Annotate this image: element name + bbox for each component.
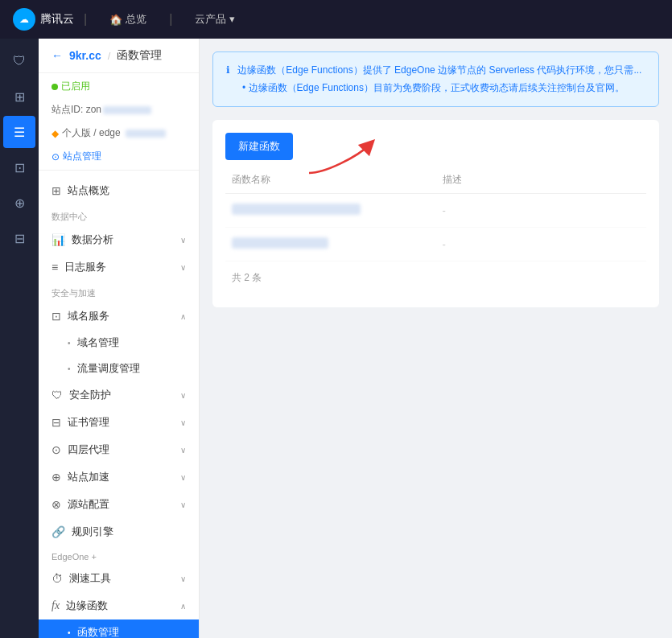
new-function-button[interactable]: 新建函数 bbox=[225, 133, 293, 160]
rules-icon: 🔗 bbox=[52, 525, 65, 538]
nav-item-layer4[interactable]: ⊙ 四层代理 ∨ bbox=[39, 436, 199, 463]
content-area: ℹ 边缘函数（Edge Functions）提供了 EdgeOne 边缘节点的 … bbox=[200, 39, 672, 638]
layer4-icon: ⊙ bbox=[52, 443, 61, 456]
info-line1: ℹ 边缘函数（Edge Functions）提供了 EdgeOne 边缘节点的 … bbox=[226, 62, 645, 80]
section-security: 安全与加速 bbox=[39, 281, 199, 303]
chevron-icon6: ∨ bbox=[180, 446, 186, 455]
accel-icon: ⊕ bbox=[52, 471, 61, 484]
nav-divider2: | bbox=[169, 12, 172, 27]
chevron-icon7: ∨ bbox=[180, 473, 186, 482]
nav-item-overview[interactable]: ⊞ 站点概览 bbox=[39, 177, 199, 204]
nav-sub-domain-manage[interactable]: 域名管理 bbox=[39, 330, 199, 356]
nav-item-security[interactable]: 🛡 安全防护 ∨ bbox=[39, 381, 199, 409]
breadcrumb-divider: / bbox=[108, 50, 111, 62]
fx-icon: fx bbox=[52, 599, 60, 612]
nav-sub-traffic-schedule[interactable]: 流量调度管理 bbox=[39, 356, 199, 381]
chevron-icon8: ∨ bbox=[180, 500, 186, 509]
table-row[interactable]: - bbox=[225, 228, 646, 261]
site-name[interactable]: 9kr.cc bbox=[69, 49, 101, 62]
data-icon: 📊 bbox=[52, 233, 65, 246]
back-button[interactable]: ← bbox=[52, 49, 63, 62]
sidebar-icon-plus[interactable]: ⊕ bbox=[3, 187, 35, 219]
section-data-center: 数据中心 bbox=[39, 204, 199, 226]
icon-sidebar: 🛡 ⊞ ☰ ⊡ ⊕ ⊟ bbox=[0, 39, 39, 638]
nav-item-speed-test[interactable]: ⏱ 测速工具 ∨ bbox=[39, 565, 199, 592]
info-icon: ℹ bbox=[226, 64, 230, 76]
diamond-icon: ◆ bbox=[52, 128, 59, 139]
status-enabled: 已启用 bbox=[52, 80, 90, 93]
function-card: 新建函数 函数名称 描述 - - 共 2 条 bbox=[212, 120, 659, 307]
table-row[interactable]: - bbox=[225, 194, 646, 228]
chevron-icon10: ∧ bbox=[180, 602, 186, 611]
col-header-desc: 描述 bbox=[436, 173, 647, 187]
sidebar-icon-box[interactable]: ⊡ bbox=[3, 151, 35, 183]
chevron-icon4: ∨ bbox=[180, 391, 186, 400]
nav-item-origin[interactable]: ⊗ 源站配置 ∨ bbox=[39, 491, 199, 518]
site-status-bar: 已启用 站点ID: zon ◆ 个人版 / edge ⊙ 站点管理 bbox=[39, 73, 199, 171]
chevron-icon3: ∧ bbox=[180, 312, 186, 321]
table-footer: 共 2 条 bbox=[225, 261, 646, 294]
main-layout: 🛡 ⊞ ☰ ⊡ ⊕ ⊟ ← 9kr.cc / 函数管理 已启用 站点ID: zo… bbox=[0, 39, 672, 638]
nav-menu: ⊞ 站点概览 数据中心 📊 数据分析 ∨ ≡ 日志服务 ∨ 安全与加速 ⊡ 域名… bbox=[39, 171, 199, 638]
circle-icon: ⊙ bbox=[52, 151, 60, 163]
log-icon: ≡ bbox=[52, 261, 58, 274]
overview-icon: ⊞ bbox=[52, 184, 61, 197]
sidebar-icon-shield[interactable]: 🛡 bbox=[3, 45, 35, 77]
site-id: 站点ID: zon bbox=[52, 103, 151, 117]
logo-text: 腾讯云 bbox=[40, 12, 74, 27]
edition: ◆ 个人版 / edge bbox=[52, 126, 166, 140]
nav-item-cert[interactable]: ⊟ 证书管理 ∨ bbox=[39, 409, 199, 436]
section-edgeone-plus: EdgeOne + bbox=[39, 545, 199, 565]
chevron-icon2: ∨ bbox=[180, 263, 186, 272]
sidebar-icon-minus[interactable]: ⊟ bbox=[3, 222, 35, 254]
origin-icon: ⊗ bbox=[52, 498, 61, 511]
col-header-name: 函数名称 bbox=[225, 173, 436, 187]
nav-item-site-accel[interactable]: ⊕ 站点加速 ∨ bbox=[39, 463, 199, 491]
site-manage-link[interactable]: ⊙ 站点管理 bbox=[52, 150, 101, 163]
sidebar-icon-grid[interactable]: ⊞ bbox=[3, 80, 35, 113]
page-title: 函数管理 bbox=[117, 48, 162, 63]
cert-icon: ⊟ bbox=[52, 416, 61, 429]
nav-overview[interactable]: 🏠 总览 bbox=[97, 6, 159, 33]
home-icon: 🏠 bbox=[109, 14, 122, 26]
nav-item-log-service[interactable]: ≡ 日志服务 ∨ bbox=[39, 253, 199, 281]
info-line2: • 边缘函数（Edge Functions）目前为免费阶段，正式收费动态请后续关… bbox=[226, 80, 645, 97]
nav-divider: | bbox=[84, 12, 87, 27]
blurred-name-2 bbox=[232, 237, 328, 249]
row1-name bbox=[225, 204, 436, 217]
status-dot bbox=[52, 84, 58, 90]
row2-desc: - bbox=[436, 238, 647, 250]
logo[interactable]: ☁ 腾讯云 bbox=[13, 8, 74, 31]
info-banner: ℹ 边缘函数（Edge Functions）提供了 EdgeOne 边缘节点的 … bbox=[212, 51, 659, 107]
blurred-name-1 bbox=[232, 204, 361, 215]
table-header: 函数名称 描述 bbox=[225, 173, 646, 194]
security-icon: 🛡 bbox=[52, 389, 63, 401]
chevron-icon5: ∨ bbox=[180, 418, 186, 427]
row1-desc: - bbox=[436, 204, 647, 216]
domain-icon: ⊡ bbox=[52, 310, 61, 323]
nav-item-edge-functions[interactable]: fx 边缘函数 ∧ bbox=[39, 592, 199, 619]
sidebar-icon-menu[interactable]: ☰ bbox=[3, 116, 35, 148]
top-nav: ☁ 腾讯云 | 🏠 总览 | 云产品 ▾ bbox=[0, 0, 672, 39]
nav-item-rules[interactable]: 🔗 规则引擎 bbox=[39, 518, 199, 545]
chevron-icon9: ∨ bbox=[180, 574, 186, 583]
site-info-header: ← 9kr.cc / 函数管理 bbox=[39, 39, 199, 73]
nav-item-domain-service[interactable]: ⊡ 域名服务 ∧ bbox=[39, 303, 199, 330]
logo-icon: ☁ bbox=[13, 8, 35, 31]
nav-sub-function-manage[interactable]: 函数管理 bbox=[39, 619, 199, 638]
nav-products[interactable]: 云产品 ▾ bbox=[182, 6, 248, 33]
chevron-icon: ∨ bbox=[180, 236, 186, 245]
nav-sidebar: ← 9kr.cc / 函数管理 已启用 站点ID: zon ◆ 个人版 / ed… bbox=[39, 39, 200, 638]
row2-name bbox=[225, 237, 436, 251]
speed-icon: ⏱ bbox=[52, 572, 63, 585]
nav-item-data-analysis[interactable]: 📊 数据分析 ∨ bbox=[39, 226, 199, 253]
